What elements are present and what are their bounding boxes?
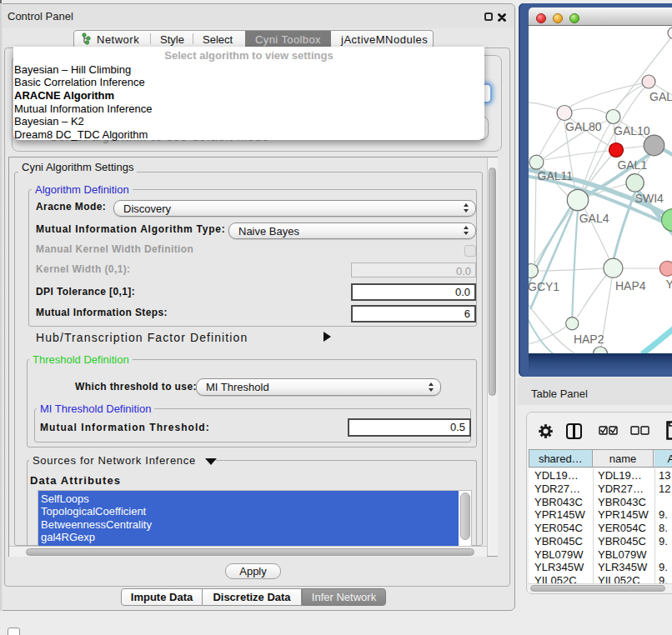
svg-text:HAP4: HAP4 (615, 279, 646, 292)
svg-text:GAL4: GAL4 (579, 212, 609, 225)
svg-text:GAL10: GAL10 (614, 124, 650, 138)
svg-text:YEL: YEL (666, 278, 672, 291)
svg-text:GAL80: GAL80 (565, 120, 602, 133)
svg-text:GAL2: GAL2 (649, 90, 672, 103)
svg-text:GAL1: GAL1 (617, 158, 647, 172)
svg-text:GAL11: GAL11 (538, 169, 574, 182)
svg-text:SWI4: SWI4 (635, 192, 664, 205)
svg-text:GCY1: GCY1 (529, 280, 559, 293)
svg-text:HAP2: HAP2 (574, 332, 604, 346)
